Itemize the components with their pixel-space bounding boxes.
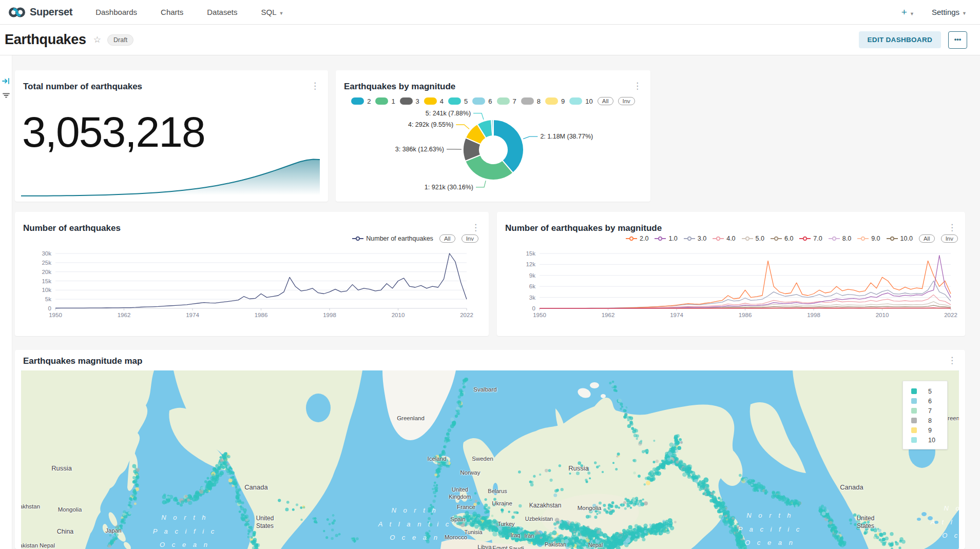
map-legend: 5678910 bbox=[902, 381, 948, 449]
map-label-kazakhstan: Kazakhstan bbox=[21, 503, 40, 510]
series-line-1.0 bbox=[540, 256, 951, 308]
favorite-star-icon[interactable]: ☆ bbox=[93, 34, 101, 45]
edit-dashboard-button[interactable]: EDIT DASHBOARD bbox=[859, 31, 941, 48]
map-legend-swatch bbox=[911, 427, 917, 433]
donut-label-4: 4: 292k (9.55%) bbox=[408, 121, 453, 128]
x-axis-tick: 2022 bbox=[460, 312, 473, 318]
map-label-kazakhstan: Kazakhstan bbox=[529, 502, 562, 509]
y-axis-tick: 12k bbox=[526, 261, 535, 267]
navbar-right: +▼ Settings▼ bbox=[901, 7, 967, 18]
y-axis-tick: 20k bbox=[42, 269, 51, 275]
chevron-down-icon: ▼ bbox=[910, 11, 914, 16]
filter-bar-collapsed bbox=[0, 55, 12, 549]
x-axis-tick: 1986 bbox=[255, 312, 268, 318]
map-label-sweden: Sweden bbox=[472, 455, 493, 462]
kebab-menu-icon[interactable]: ⋮ bbox=[945, 355, 959, 366]
nav-dashboards[interactable]: Dashboards bbox=[84, 8, 149, 16]
map-label-iraq: Iraq bbox=[511, 532, 521, 539]
new-item-button[interactable]: +▼ bbox=[901, 7, 914, 18]
map-label-spain: Spain bbox=[450, 516, 465, 523]
donut-label-2: 2: 1.18M (38.77%) bbox=[540, 133, 593, 140]
map-legend-item-6[interactable]: 6 bbox=[911, 396, 947, 406]
settings-menu[interactable]: Settings▼ bbox=[932, 8, 967, 16]
x-axis-tick: 1998 bbox=[807, 312, 820, 318]
map-legend-swatch bbox=[911, 418, 917, 423]
y-axis-tick: 10k bbox=[42, 287, 51, 293]
y-axis-tick: 0 bbox=[532, 305, 535, 311]
dashboard-header: Earthquakes ☆ Draft EDIT DASHBOARD ••• bbox=[0, 25, 980, 55]
chevron-down-icon: ▼ bbox=[962, 11, 967, 16]
map-legend-label: 8 bbox=[928, 417, 932, 424]
map-label-russia: Russia bbox=[51, 464, 72, 473]
y-axis-tick: 15k bbox=[42, 278, 51, 284]
navbar: Superset Dashboards Charts Datasets SQL▼… bbox=[0, 0, 980, 25]
series-line-2.0 bbox=[540, 261, 951, 308]
map-legend-item-7[interactable]: 7 bbox=[911, 406, 947, 416]
nav-datasets[interactable]: Datasets bbox=[195, 8, 249, 16]
more-options-button[interactable]: ••• bbox=[948, 31, 967, 49]
map-label-canada: Canada bbox=[244, 483, 268, 492]
x-axis-tick: 1950 bbox=[49, 312, 62, 318]
map-label-uzbekistan: Uzbekistan bbox=[525, 516, 553, 523]
map-ocean-label: N o r t h P a c i f i c O c e a n bbox=[153, 511, 217, 549]
y-axis-tick: 0 bbox=[48, 305, 51, 311]
nav-sql[interactable]: SQL▼ bbox=[249, 8, 295, 16]
line-chart: 30k25k20k15k10k5k01950196219741986199820… bbox=[15, 212, 489, 336]
map-label-nepal: Nepal bbox=[40, 542, 55, 549]
expand-filters-icon[interactable] bbox=[2, 77, 10, 85]
page-title: Earthquakes bbox=[5, 32, 86, 48]
superset-logo[interactable]: Superset bbox=[8, 6, 72, 18]
map-labels-layer: RussiaMongoliaChinaJapanKazakhstanPakist… bbox=[21, 370, 959, 549]
x-axis-tick: 2010 bbox=[876, 312, 889, 318]
big-number-value: 3,053,218 bbox=[22, 107, 205, 157]
map-label-mongolia: Mongolia bbox=[58, 506, 82, 513]
status-badge: Draft bbox=[107, 34, 133, 46]
map-legend-item-10[interactable]: 10 bbox=[911, 435, 947, 445]
map-label-turkey: Turkey bbox=[497, 521, 514, 528]
map-legend-label: 7 bbox=[928, 407, 932, 415]
card-total-earthquakes: Total number of earthquakes ⋮ 3,053,218 bbox=[15, 70, 328, 202]
filter-icon[interactable] bbox=[2, 91, 10, 100]
x-axis-tick: 1962 bbox=[118, 312, 131, 318]
map-label-united-states: United States bbox=[857, 515, 875, 530]
map-label-mongolia: Mongolia bbox=[578, 504, 602, 512]
header-actions: EDIT DASHBOARD ••• bbox=[859, 31, 967, 49]
brand-name: Superset bbox=[30, 6, 72, 18]
map-legend-item-9[interactable]: 9 bbox=[911, 425, 947, 435]
map-legend-swatch bbox=[911, 388, 917, 394]
map-label-iran: Iran bbox=[525, 533, 534, 540]
chart-title: Earthquakes magnitude map bbox=[23, 356, 142, 366]
main-menu: Dashboards Charts Datasets SQL▼ bbox=[84, 8, 295, 16]
y-axis-tick: 15k bbox=[526, 250, 535, 257]
card-magnitude-map: Earthquakes magnitude map ⋮ RussiaMongol… bbox=[15, 350, 965, 549]
y-axis-tick: 25k bbox=[42, 260, 51, 266]
map-label-russia: Russia bbox=[568, 464, 589, 473]
card-earthquakes-by-magnitude-lines: Number of earthquakes by magnitude ⋮ 2.0… bbox=[497, 212, 965, 336]
map-label-pakistan: Pakistan bbox=[21, 542, 38, 549]
map-label-egypt: Egypt bbox=[492, 544, 507, 549]
map-legend-item-5[interactable]: 5 bbox=[911, 386, 947, 396]
map-label-canada: Canada bbox=[840, 483, 863, 492]
map-label-japan: Japan bbox=[105, 527, 121, 534]
card-earthquakes-by-magnitude: Earthquakes by magnitude ⋮ 21345678910Al… bbox=[336, 70, 650, 202]
map-ocean-label: N o r t h P a c i f i c O c e a n bbox=[738, 509, 802, 549]
map-label-france: France bbox=[457, 503, 475, 511]
chevron-down-icon: ▼ bbox=[279, 11, 283, 16]
map-legend-label: 9 bbox=[928, 427, 932, 434]
x-axis-tick: 1986 bbox=[739, 312, 752, 318]
donut-label-5: 5: 241k (7.88%) bbox=[426, 110, 471, 117]
superset-dashboard-page: Superset Dashboards Charts Datasets SQL▼… bbox=[0, 0, 980, 549]
map-legend-swatch bbox=[911, 408, 917, 414]
map-label-norway: Norway bbox=[460, 469, 481, 476]
map-legend-label: 6 bbox=[928, 398, 932, 405]
donut-label-1: 1: 921k (30.16%) bbox=[425, 184, 473, 191]
y-axis-tick: 30k bbox=[42, 250, 51, 257]
y-axis-tick: 5k bbox=[45, 296, 51, 302]
nav-charts[interactable]: Charts bbox=[149, 8, 195, 16]
x-axis-tick: 1974 bbox=[670, 312, 683, 318]
y-axis-tick: 6k bbox=[529, 283, 535, 289]
world-map[interactable]: RussiaMongoliaChinaJapanKazakhstanPakist… bbox=[21, 370, 959, 549]
map-legend-item-8[interactable]: 8 bbox=[911, 416, 947, 425]
map-label-saudi: Saudi bbox=[509, 545, 524, 549]
donut-chart: 2: 1.18M (38.77%)1: 921k (30.16%)3: 386k… bbox=[336, 70, 650, 202]
